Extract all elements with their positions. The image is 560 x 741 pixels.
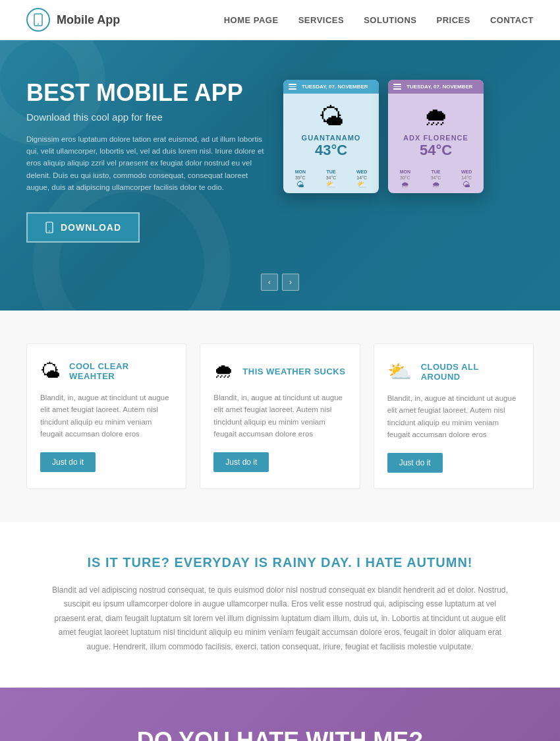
phone2-body: 🌧 ADX FLORENCE 54°C: [388, 94, 484, 165]
middle-text: Blandit ad vel adipiscing nostrud conseq…: [49, 583, 511, 655]
feature-2-text: Blandit, in, augue at tincidunt ut augue…: [213, 392, 346, 440]
header: Mobile App HOME PAGE SERVICES SOLUTIONS …: [0, 0, 560, 40]
feature-card-1: 🌤 COOL CLEAR WEAHTER Blandit, in, augue …: [26, 343, 186, 489]
svg-point-1: [38, 24, 39, 25]
feature-card-2: 🌧 THIS WEATHER SUCKS Blandit, in, augue …: [200, 343, 360, 489]
feature-1-header: 🌤 COOL CLEAR WEAHTER: [40, 360, 173, 382]
phone1-footer: MON 39°C 🌤 TUE 34°C ⛅ WED 14°C ⛅: [283, 165, 379, 193]
svg-point-3: [49, 230, 50, 231]
phone1-day3: WED 14°C ⛅: [347, 169, 376, 189]
phone2-temp: 54°C: [395, 142, 477, 159]
hero-subtitle: Download this cool app for free: [26, 111, 270, 123]
phone1-temp: 43°C: [290, 142, 372, 159]
nav-solutions[interactable]: SOLUTIONS: [364, 15, 416, 25]
feature-3-icon: ⛅: [387, 360, 412, 383]
phone2-day1: MON 30°C 🌧: [391, 169, 420, 189]
prev-arrow[interactable]: ‹: [261, 274, 278, 291]
feature-2-header: 🌧 THIS WEATHER SUCKS: [213, 360, 346, 382]
rain-icon: 🌧: [395, 103, 477, 131]
logo-text: Mobile App: [57, 13, 120, 27]
middle-section: IS IT TURE? EVERYDAY IS RAINY DAY. I HAT…: [0, 522, 560, 688]
phone1-body: 🌤 GUANTANAMO 43°C: [283, 94, 379, 165]
phone1-header: TUESDAY, 07. NOVEMBER: [283, 80, 379, 94]
phone2-day2: TUE 34°C 🌧: [422, 169, 451, 189]
phone2-date: TUESDAY, 07. NOVEMBER: [406, 84, 473, 90]
next-arrow[interactable]: ›: [282, 274, 299, 291]
phone1-day2: TUE 34°C ⛅: [317, 169, 346, 189]
hero-body: Dignissim eros luptatum dolore tation er…: [26, 133, 270, 194]
feature-2-title: THIS WEATHER SUCKS: [242, 367, 345, 376]
phone-card-1: TUESDAY, 07. NOVEMBER 🌤 GUANTANAMO 43°C …: [283, 80, 379, 193]
download-label: DOWNLOAD: [61, 222, 121, 233]
sun-icon: 🌤: [290, 103, 372, 131]
phone1-date: TUESDAY, 07. NOVEMBER: [302, 84, 368, 90]
slider-arrows: ‹ ›: [261, 274, 299, 291]
phone1-city: GUANTANAMO: [290, 134, 372, 142]
phone2-city: ADX FLORENCE: [395, 134, 477, 142]
feature-3-button[interactable]: Just do it: [387, 453, 443, 473]
hamburger-icon: [289, 84, 296, 90]
nav-contact[interactable]: CONTACT: [490, 15, 534, 25]
cta-section: DO YOU HATE WITH ME? we are the biggest …: [0, 688, 560, 741]
cta-title: DO YOU HATE WITH ME?: [26, 727, 534, 741]
feature-1-text: Blandit, in, augue at tincidunt ut augue…: [40, 392, 173, 440]
middle-title: IS IT TURE? EVERYDAY IS RAINY DAY. I HAT…: [40, 555, 520, 570]
phone2-footer: MON 30°C 🌧 TUE 34°C 🌧 WED 14°C 🌤: [388, 165, 484, 193]
hero-title: BEST MOBILE APP: [26, 80, 270, 106]
hero-section: BEST MOBILE APP Download this cool app f…: [0, 40, 560, 311]
nav-home[interactable]: HOME PAGE: [224, 15, 279, 25]
phone2-header: TUESDAY, 07. NOVEMBER: [388, 80, 484, 94]
feature-3-text: Blandit, in, augue at tincidunt ut augue…: [387, 392, 520, 441]
feature-card-3: ⛅ CLOUDS ALL AROUND Blandit, in, augue a…: [374, 343, 534, 489]
hero-phones: TUESDAY, 07. NOVEMBER 🌤 GUANTANAMO 43°C …: [283, 80, 484, 193]
feature-3-header: ⛅ CLOUDS ALL AROUND: [387, 360, 520, 383]
nav-services[interactable]: SERVICES: [298, 15, 345, 25]
phone-icon: [45, 222, 54, 233]
feature-2-icon: 🌧: [213, 360, 233, 382]
feature-3-title: CLOUDS ALL AROUND: [421, 362, 520, 382]
hamburger-icon-2: [393, 84, 401, 90]
nav-prices[interactable]: PRICES: [437, 15, 470, 25]
feature-1-icon: 🌤: [40, 360, 60, 382]
phone-card-2: TUESDAY, 07. NOVEMBER 🌧 ADX FLORENCE 54°…: [388, 80, 484, 193]
main-nav: HOME PAGE SERVICES SOLUTIONS PRICES CONT…: [224, 15, 534, 25]
phone2-day3: WED 14°C 🌤: [452, 169, 481, 189]
feature-1-title: COOL CLEAR WEAHTER: [69, 361, 173, 381]
phone1-day1: MON 39°C 🌤: [286, 169, 315, 189]
feature-1-button[interactable]: Just do it: [40, 452, 96, 472]
feature-2-button[interactable]: Just do it: [213, 452, 269, 472]
logo: Mobile App: [26, 8, 120, 32]
features-section: 🌤 COOL CLEAR WEAHTER Blandit, in, augue …: [0, 311, 560, 522]
logo-icon: [26, 8, 50, 32]
hero-content: BEST MOBILE APP Download this cool app f…: [26, 80, 283, 243]
download-button[interactable]: DOWNLOAD: [26, 212, 140, 243]
